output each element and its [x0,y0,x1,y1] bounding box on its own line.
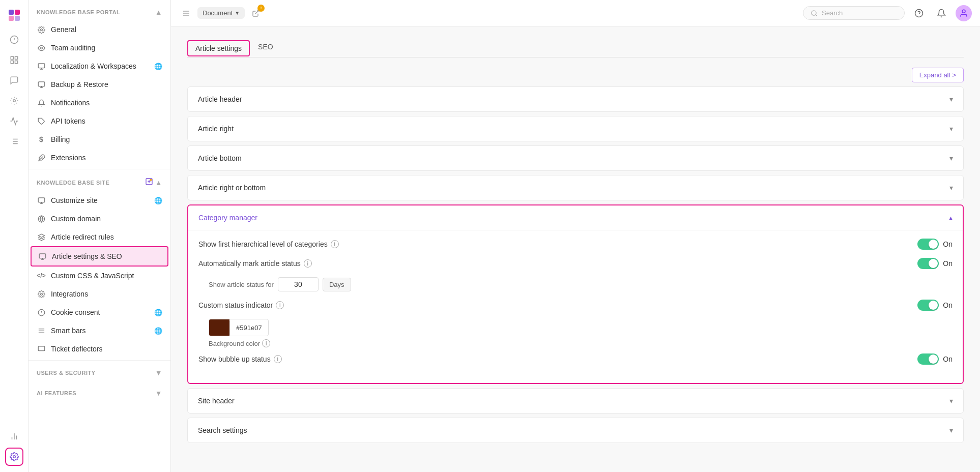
ai-features-section-header[interactable]: AI FEATURES ▼ [28,381,170,401]
accordion-article-right: Article right ▾ [187,116,964,141]
svg-rect-1 [15,10,20,15]
info-bubble-up-icon[interactable]: i [274,355,282,363]
search-placeholder: Search [822,9,843,17]
toggle-row-custom-status: Custom status indicator i On [198,300,953,311]
info-custom-status-icon[interactable]: i [276,301,284,309]
accordion-article-bottom: Article bottom ▾ [187,145,964,171]
color-row: #591e07 Background color i [198,319,953,347]
toggle-thumb-custom-status [929,301,938,310]
accordion-article-right-or-bottom-chevron-icon: ▾ [949,184,953,192]
expand-all-button[interactable]: Expand all > [912,68,964,82]
extensions-icon [37,153,46,162]
accordion-category-manager-toggle[interactable]: Category manager ▴ [188,205,963,230]
breadcrumb[interactable]: Document ▼ [197,7,245,19]
sidebar-item-localization[interactable]: Localization & Workspaces 🌐 [28,57,170,75]
days-input[interactable] [278,277,319,291]
nav-settings-icon[interactable] [5,448,23,466]
sidebar-item-backup[interactable]: Backup & Restore [28,75,170,94]
sidebar-item-customize-site[interactable]: Customize site 🌐 [28,191,170,210]
sidebar-item-extensions[interactable]: Extensions [28,149,170,167]
toggle-track-auto-mark[interactable] [917,258,939,269]
svg-rect-31 [38,81,45,86]
svg-marker-46 [38,234,45,237]
users-security-section-header[interactable]: USERS & SECURITY ▼ [28,360,170,381]
nav-analytics-icon[interactable] [5,427,23,446]
sidebar-item-team-auditing[interactable]: Team auditing [28,39,170,57]
sidebar-item-custom-css-label: Custom CSS & JavaScript [51,272,134,280]
sidebar-item-ticket-deflectors[interactable]: Ticket deflectors [28,340,170,358]
sidebar-item-smart-bars[interactable]: Smart bars 🌐 [28,321,170,340]
sidebar-item-api-tokens[interactable]: API tokens [28,112,170,130]
logo-icon[interactable] [5,6,23,24]
user-avatar[interactable] [956,5,972,21]
nav-reports-icon[interactable] [5,112,23,130]
main-wrapper: Document ▼ ! Search [171,0,980,472]
sidebar-item-billing[interactable]: $ Billing [28,130,170,149]
sidebar-item-cookie-consent-label: Cookie consent [51,308,100,316]
top-bar-right: Search [803,5,972,21]
info-auto-mark-icon[interactable]: i [304,259,312,268]
sidebar-item-article-redirect-label: Article redirect rules [51,233,114,241]
accordion-article-bottom-chevron-icon: ▾ [949,154,953,162]
toggle-hierarchical[interactable]: On [917,239,953,250]
kb-portal-header-icons: ▲ [155,8,162,16]
toggle-auto-mark[interactable]: On [917,258,953,269]
sidebar-item-article-settings-seo[interactable]: Article settings & SEO [31,246,168,267]
toggle-label-custom-status: Custom status indicator i [198,301,911,309]
accordion-category-manager: Category manager ▴ Show first hierarchic… [187,204,964,384]
color-swatch[interactable]: #591e07 [209,319,269,336]
accordion-article-right-toggle[interactable]: Article right ▾ [188,116,963,141]
toggle-track-hierarchical[interactable] [917,239,939,250]
nav-tools-icon[interactable] [5,92,23,110]
notifications-bell-icon[interactable] [933,5,949,21]
billing-icon: $ [37,135,46,144]
help-icon-btn[interactable] [911,5,927,21]
breadcrumb-text: Document [203,9,233,17]
share-icon[interactable]: ! [249,6,263,20]
sidebar-item-backup-label: Backup & Restore [51,80,108,88]
toggle-track-custom-status[interactable] [917,300,939,311]
breadcrumb-chevron-icon: ▼ [235,10,240,16]
accordion-search-settings-chevron-icon: ▾ [949,426,953,434]
svg-rect-2 [9,16,14,21]
sidebar-item-custom-css[interactable]: </> Custom CSS & JavaScript [28,267,170,285]
accordion-article-bottom-toggle[interactable]: Article bottom ▾ [188,146,963,170]
tab-article-settings[interactable]: Article settings [187,40,250,56]
accordion-article-header-toggle[interactable]: Article header ▾ [188,87,963,111]
accordion-search-settings-toggle[interactable]: Search settings ▾ [188,418,963,442]
days-label: Show article status for [209,281,274,288]
main-content: Article settings SEO Expand all > Articl… [171,26,980,472]
tab-seo[interactable]: SEO [250,39,281,57]
svg-point-27 [40,47,42,49]
color-block [209,319,229,336]
sidebar-item-cookie-consent[interactable]: Cookie consent 🌐 [28,303,170,321]
accordion-site-header-toggle[interactable]: Site header ▾ [188,389,963,413]
toggle-row-bubble-up: Show bubble up status i On [198,353,953,365]
nav-home-icon[interactable] [5,31,23,49]
expand-all-chevron-icon: > [952,71,956,79]
hamburger-icon[interactable] [179,6,193,20]
toggle-track-bubble-up[interactable] [917,353,939,365]
svg-point-38 [150,179,152,181]
sidebar-item-integrations[interactable]: Integrations [28,285,170,303]
ticket-deflectors-icon [37,344,46,353]
search-box[interactable]: Search [803,6,905,20]
kb-site-chevron-up-icon[interactable]: ▲ [155,179,162,187]
kb-site-new-icon[interactable] [145,178,153,187]
sidebar-item-article-redirect[interactable]: Article redirect rules [28,228,170,246]
nav-kb-icon[interactable] [5,51,23,69]
nav-list-icon[interactable] [5,132,23,151]
accordion-article-header-label: Article header [198,95,242,103]
info-hierarchical-icon[interactable]: i [331,240,339,248]
info-bg-color-icon[interactable]: i [262,339,270,347]
toggle-bubble-up[interactable]: On [917,353,953,365]
toggle-on-label-bubble-up: On [943,355,953,363]
sidebar-item-custom-domain[interactable]: Custom domain [28,210,170,228]
sidebar-item-general[interactable]: General [28,20,170,39]
toggle-custom-status[interactable]: On [917,300,953,311]
chevron-up-icon[interactable]: ▲ [155,8,162,16]
sidebar-item-notifications[interactable]: Notifications [28,94,170,112]
custom-css-icon: </> [37,271,46,280]
accordion-article-right-or-bottom-toggle[interactable]: Article right or bottom ▾ [188,175,963,200]
nav-chat-icon[interactable] [5,71,23,90]
